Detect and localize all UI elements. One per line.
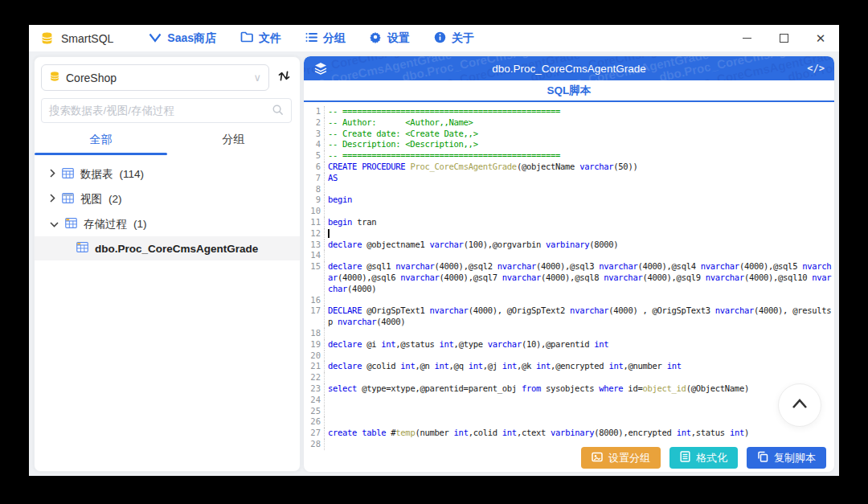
chevron-up-icon bbox=[790, 396, 809, 414]
main-menu: Saas商店 文件 分组 设置 关于 bbox=[149, 31, 474, 46]
code-line: 15declare @sql1 nvarchar(4000),@sql2 nva… bbox=[304, 261, 833, 294]
code-line: 25 bbox=[304, 406, 833, 417]
content-area: CoreShop ∨ 搜索数据表/视图/存储过程 全部 分组 bbox=[29, 51, 839, 476]
line-number: 2 bbox=[304, 117, 325, 129]
app-title: SmartSQL bbox=[61, 32, 113, 45]
chevron-down-icon bbox=[50, 218, 59, 230]
format-button[interactable]: 格式化 bbox=[669, 447, 738, 469]
line-number: 9 bbox=[304, 195, 325, 206]
list-icon bbox=[305, 32, 317, 45]
app-logo-database-icon bbox=[40, 31, 54, 45]
tab-sql-script[interactable]: SQL脚本 bbox=[547, 84, 592, 98]
folder-icon bbox=[240, 31, 253, 45]
view-code-button[interactable]: </> bbox=[807, 63, 825, 74]
code-line: 16 bbox=[304, 295, 833, 306]
minimize-button[interactable] bbox=[728, 25, 765, 51]
menu-item-file[interactable]: 文件 bbox=[240, 31, 281, 46]
line-number: 21 bbox=[304, 361, 325, 372]
menu-item-settings[interactable]: 设置 bbox=[370, 31, 410, 46]
panel-title: dbo.Proc_CoreCmsAgentGrade bbox=[304, 63, 834, 75]
gear-icon bbox=[370, 31, 382, 46]
line-number: 16 bbox=[304, 295, 325, 306]
database-select[interactable]: CoreShop ∨ bbox=[41, 64, 269, 91]
action-buttons: 设置分组 格式化 复制脚本 bbox=[581, 447, 826, 469]
menu-item-about[interactable]: 关于 bbox=[434, 31, 474, 46]
tree-item-procedures[interactable]: 存储过程 (1) bbox=[35, 211, 300, 236]
table-icon bbox=[62, 167, 74, 182]
code-line: 2-- Author: <Author,,Name> bbox=[304, 117, 833, 129]
set-group-button[interactable]: 设置分组 bbox=[581, 447, 661, 469]
code-line: 17DECLARE @OrigSpText1 nvarchar(4000), @… bbox=[304, 305, 833, 328]
object-tree: 数据表 (114) 视图 (2) 存储过程 (1) dbo.P bbox=[35, 162, 300, 260]
line-number: 17 bbox=[304, 305, 325, 328]
code-line: 14 bbox=[304, 250, 833, 261]
line-number: 25 bbox=[304, 406, 325, 417]
maximize-icon bbox=[780, 34, 788, 43]
tree-item-selected-procedure[interactable]: dbo.Proc_CoreCmsAgentGrade bbox=[35, 236, 300, 260]
format-icon bbox=[680, 451, 690, 465]
menu-item-saas-store[interactable]: Saas商店 bbox=[149, 31, 216, 46]
code-line: 23select @type=xtype,@parentid=parent_ob… bbox=[304, 383, 833, 395]
line-number: 12 bbox=[304, 228, 325, 240]
line-number: 1 bbox=[304, 106, 325, 117]
scroll-to-top-button[interactable] bbox=[778, 383, 821, 427]
code-editor[interactable]: 1-- ====================================… bbox=[304, 102, 833, 458]
line-number: 3 bbox=[304, 129, 325, 140]
procedure-icon bbox=[65, 217, 77, 232]
line-number: 11 bbox=[304, 217, 325, 228]
active-tab-indicator bbox=[35, 153, 167, 155]
line-number: 15 bbox=[304, 261, 325, 294]
tab-group[interactable]: 分组 bbox=[167, 133, 300, 147]
close-button[interactable]: ✕ bbox=[802, 25, 839, 51]
maximize-button[interactable] bbox=[765, 25, 802, 51]
window-controls: ✕ bbox=[728, 25, 839, 51]
view-icon bbox=[62, 192, 74, 207]
code-line: 19declare @i int,@status int,@type varch… bbox=[304, 339, 833, 350]
line-number: 23 bbox=[304, 383, 325, 395]
code-line: 18 bbox=[304, 328, 833, 339]
code-line: 7AS bbox=[304, 173, 833, 184]
line-number: 10 bbox=[304, 206, 325, 217]
tree-item-tables[interactable]: 数据表 (114) bbox=[35, 162, 300, 186]
code-line: 13declare @objectname1 varchar(100),@org… bbox=[304, 240, 833, 251]
code-line: 26 bbox=[304, 416, 833, 428]
chevron-down-icon: ∨ bbox=[253, 72, 261, 84]
code-line: 24 bbox=[304, 395, 833, 406]
code-line: 8 bbox=[304, 184, 833, 195]
chevron-right-icon bbox=[50, 193, 55, 205]
text-cursor bbox=[328, 229, 330, 238]
minimize-icon bbox=[743, 38, 751, 39]
search-icon bbox=[272, 104, 284, 118]
line-number: 28 bbox=[304, 439, 325, 450]
close-icon: ✕ bbox=[816, 32, 826, 44]
code-line: 12 bbox=[304, 228, 833, 240]
sidebar-tabs: 全部 分组 bbox=[35, 133, 300, 155]
line-number: 5 bbox=[304, 150, 325, 162]
code-line: 4-- Description: <Description,,> bbox=[304, 139, 833, 150]
swap-arrows-icon bbox=[276, 68, 292, 87]
script-tab-strip: SQL脚本 bbox=[304, 80, 834, 102]
line-number: 7 bbox=[304, 173, 325, 184]
code-line: 1-- ====================================… bbox=[304, 106, 833, 117]
copy-icon bbox=[757, 451, 768, 465]
code-line: 9begin bbox=[304, 195, 833, 206]
panel-header: dbo.Proc_CoreCmsAgentGrade </> dbo.Proc_… bbox=[304, 56, 834, 80]
search-placeholder: 搜索数据表/视图/存储过程 bbox=[49, 104, 174, 118]
database-select-value: CoreShop bbox=[66, 72, 117, 84]
line-number: 18 bbox=[304, 328, 325, 339]
info-icon bbox=[434, 31, 446, 46]
group-settings-icon bbox=[592, 452, 603, 465]
code-line: 10 bbox=[304, 206, 833, 217]
tab-all[interactable]: 全部 bbox=[35, 133, 167, 147]
v-logo-icon bbox=[149, 32, 162, 45]
code-line: 20 bbox=[304, 350, 833, 362]
refresh-connection-button[interactable] bbox=[276, 68, 292, 87]
tree-item-count: (2) bbox=[108, 193, 122, 205]
procedure-icon bbox=[76, 241, 88, 256]
line-number: 24 bbox=[304, 395, 325, 406]
search-input[interactable]: 搜索数据表/视图/存储过程 bbox=[41, 98, 292, 123]
copy-script-button[interactable]: 复制脚本 bbox=[747, 447, 826, 469]
tree-item-views[interactable]: 视图 (2) bbox=[35, 186, 300, 211]
line-number: 20 bbox=[304, 350, 325, 362]
menu-item-groups[interactable]: 分组 bbox=[305, 31, 346, 46]
